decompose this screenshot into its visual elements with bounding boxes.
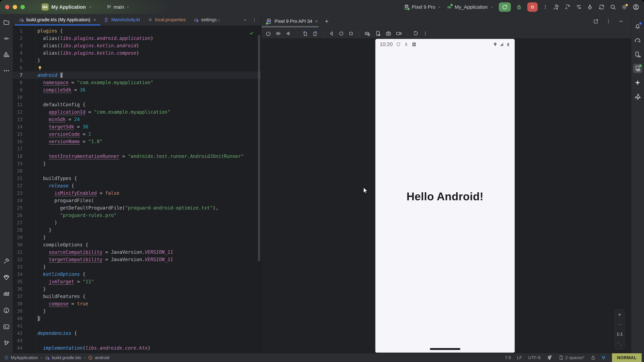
screenshot-camera-icon[interactable] [386, 30, 392, 36]
rotate-right-icon[interactable] [312, 31, 318, 36]
caret-position-widget[interactable]: 7:9 [505, 355, 511, 360]
line-number[interactable]: 18 [13, 154, 36, 159]
line-number[interactable]: 31 [13, 250, 36, 255]
add-device-tab-icon[interactable] [324, 18, 330, 24]
line-number[interactable]: 42 [13, 331, 36, 336]
run-configuration-selector[interactable]: My_Application [446, 4, 494, 10]
volume-up-icon[interactable] [276, 31, 281, 36]
line-number[interactable]: 15 [13, 132, 36, 137]
profile-avatar-icon[interactable] [632, 4, 639, 10]
line-number[interactable]: 35 [13, 279, 36, 284]
debug-button[interactable] [516, 4, 522, 10]
settings-icon[interactable] [621, 4, 628, 10]
line-number[interactable]: 33 [13, 264, 36, 270]
line-number[interactable]: 16 [13, 139, 36, 144]
reset-view-icon[interactable] [413, 31, 418, 36]
zoom-window-button[interactable] [20, 5, 25, 9]
line-number[interactable]: 34 [13, 272, 36, 277]
apply-code-changes-icon[interactable]: A [564, 4, 570, 10]
running-devices-tool-button[interactable] [633, 64, 642, 73]
rerun-button[interactable] [499, 2, 511, 12]
tab-options-kebab-icon[interactable] [252, 17, 257, 22]
resource-manager-tool-button[interactable] [2, 50, 11, 59]
line-number[interactable]: 24 [13, 198, 36, 203]
line-number[interactable]: 10 [13, 95, 36, 100]
notifications-tool-button[interactable] [633, 22, 642, 31]
line-number[interactable]: 28 [13, 227, 36, 233]
line-number[interactable]: 19 [13, 161, 36, 166]
line-number[interactable]: 8 [13, 80, 36, 85]
version-control-tool-button[interactable] [2, 339, 11, 348]
line-number[interactable]: 22 [13, 183, 36, 188]
project-tool-button[interactable] [2, 18, 11, 27]
line-number[interactable]: 13 [13, 117, 36, 122]
zoom-to-fit-icon[interactable] [617, 342, 622, 347]
more-actions-kebab-icon[interactable] [543, 4, 548, 9]
device-selector[interactable]: Pixel 9 Pro [404, 4, 441, 10]
line-number[interactable]: 44 [13, 346, 36, 351]
open-in-window-icon[interactable] [593, 18, 598, 24]
line-number[interactable]: 17 [13, 146, 36, 151]
airplane-tool-button[interactable] [633, 92, 642, 101]
line-number[interactable]: 20 [13, 168, 36, 174]
vim-mode-badge[interactable]: NORMAL [612, 353, 642, 362]
vcs-branch-widget[interactable]: main [106, 4, 130, 10]
line-number[interactable]: 9 [13, 87, 36, 92]
line-number[interactable]: 11 [13, 102, 36, 107]
tab-local-properties[interactable]: local.properties [144, 14, 190, 25]
gemini-tool-button[interactable] [633, 78, 642, 87]
line-number[interactable]: 30 [13, 242, 36, 247]
minimize-window-button[interactable] [13, 5, 17, 9]
build-tool-button[interactable] [2, 256, 11, 266]
gesture-navigation-bar[interactable] [430, 348, 460, 350]
line-number[interactable]: 4 [13, 50, 36, 56]
device-tab-pixel9pro[interactable]: Pixel 9 Pro API 34 × [262, 18, 321, 24]
terminal-tool-button[interactable] [2, 322, 11, 332]
line-number[interactable]: 29 [13, 235, 36, 240]
tab-build-gradle-kts[interactable]: build.gradle.kts (My Application) × [15, 14, 100, 25]
line-number[interactable]: 2 [13, 36, 36, 41]
logcat-tool-button[interactable] [2, 289, 11, 299]
breadcrumb-file[interactable]: build.gradle.kts [45, 355, 81, 360]
zoom-out-button[interactable]: − [618, 322, 621, 327]
line-number[interactable]: 27 [13, 220, 36, 225]
breadcrumb-element[interactable]: λ android [88, 355, 109, 360]
chevron-down-icon[interactable] [243, 17, 247, 22]
line-number[interactable]: 37 [13, 294, 36, 299]
gradle-tool-button[interactable] [633, 36, 642, 45]
close-device-tab-icon[interactable]: × [315, 18, 318, 24]
stop-button[interactable] [527, 2, 538, 12]
hide-panel-icon[interactable] [618, 18, 624, 24]
line-number[interactable]: 41 [13, 323, 36, 329]
screen-record-icon[interactable] [396, 30, 402, 36]
device-screen[interactable]: 10:20 A Hello Android! [375, 39, 515, 353]
project-widget[interactable]: MA My Application [42, 3, 92, 10]
line-number[interactable]: 26 [13, 213, 36, 218]
line-number[interactable]: 40 [13, 316, 36, 321]
line-number[interactable]: 38 [13, 301, 36, 306]
inspections-pin-icon[interactable] [546, 355, 552, 361]
line-number[interactable]: 12 [13, 109, 36, 115]
inspections-ok-check-icon[interactable] [249, 30, 254, 36]
line-number[interactable]: 21 [13, 176, 36, 181]
ideavim-icon[interactable]: V [602, 355, 605, 361]
hardware-input-icon[interactable] [364, 30, 371, 36]
line-number[interactable]: 43 [13, 338, 36, 343]
line-number[interactable]: 36 [13, 286, 36, 292]
indent-widget[interactable]: 2 spaces* [558, 355, 584, 360]
attach-debugger-icon[interactable] [587, 4, 593, 10]
tab-settings-gradle[interactable]: settings.g [190, 14, 224, 25]
sync-gradle-icon[interactable] [598, 4, 605, 10]
editor-scrollbar[interactable] [258, 35, 260, 261]
intention-bulb-icon[interactable] [38, 65, 42, 70]
close-window-button[interactable] [5, 5, 10, 9]
search-everywhere-icon[interactable] [610, 4, 616, 10]
close-tab-icon[interactable]: × [93, 17, 96, 23]
device-tab-scroll-indicator[interactable] [262, 26, 318, 27]
line-number[interactable]: 3 [13, 43, 36, 48]
device-more-kebab-icon[interactable] [423, 31, 428, 36]
more-tool-windows-button[interactable] [2, 66, 11, 75]
device-manager-tool-button[interactable] [633, 50, 642, 59]
panel-options-kebab-icon[interactable] [606, 19, 611, 24]
line-number[interactable]: 7 [13, 72, 36, 78]
